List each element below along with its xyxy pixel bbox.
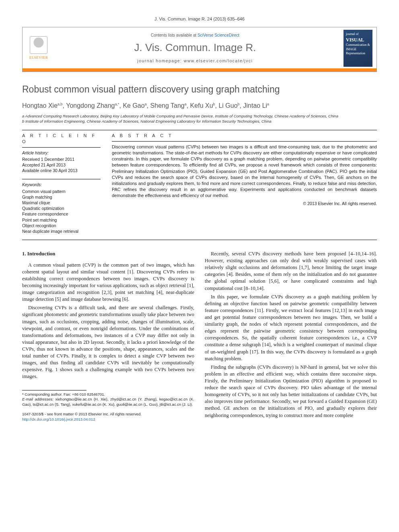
rule-top (22, 130, 377, 130)
keyword-7: Near-duplicate image retrieval (22, 228, 101, 234)
para-3: Recently, several CVPs discovery methods… (205, 251, 377, 292)
rule-bottom (22, 240, 377, 240)
doi-link[interactable]: http://dx.doi.org/10.1016/j.jvcir.2013.0… (22, 417, 95, 421)
author-3: Sheng Tanga (150, 102, 187, 109)
front-matter-copyright: 1047-3203/$ - see front matter © 2013 El… (22, 411, 194, 422)
cover-line-3: Representation (346, 51, 370, 56)
cover-line-2: Communication & IMAGE (346, 43, 370, 52)
history-item-2: Available online 30 April 2013 (22, 168, 101, 173)
keyword-1: Graph matching (22, 194, 101, 200)
cover-line-1: VISUAL (346, 37, 370, 43)
author-1: Yongdong Zhanga,* (66, 102, 119, 109)
article-info-column: A R T I C L E I N F O Article history: R… (22, 133, 101, 234)
para-1: A common visual pattern (CVP) is the com… (22, 262, 194, 303)
abstract-heading: A B S T R A C T (112, 133, 377, 139)
keyword-4: Feature correspondence (22, 211, 101, 217)
orange-divider (23, 68, 376, 72)
keyword-6: Object recognition (22, 223, 101, 228)
journal-homepage: journal homepage: www.elsevier.com/locat… (51, 58, 339, 64)
keyword-5: Point set matching (22, 217, 101, 223)
rule-info-2 (22, 179, 101, 179)
elsevier-tree-icon (30, 36, 47, 54)
footnotes-block: * Corresponding author. Fax: +86 010 825… (22, 392, 194, 407)
journal-title: J. Vis. Commun. Image R. (51, 41, 339, 55)
journal-header-box: ELSEVIER Contents lists available at Sci… (22, 27, 377, 72)
body-two-column: 1. Introduction A common visual pattern … (22, 251, 377, 422)
issn-copyright-line: 1047-3203/$ - see front matter © 2013 El… (22, 411, 194, 417)
author-6: Jintao Lia (243, 102, 269, 109)
para-5: Finding the subgraphs (CVPs discovery) i… (205, 364, 377, 419)
journal-cover-thumb: journal of VISUAL Communication & IMAGE … (343, 30, 372, 67)
rule-info-1 (22, 147, 101, 148)
cover-line-0: journal of (346, 32, 370, 37)
running-head: J. Vis. Commun. Image R. 24 (2013) 635–6… (22, 16, 377, 22)
affiliation-a: a Advanced Computing Research Laboratory… (22, 114, 377, 119)
author-5: Li Guob (218, 102, 239, 109)
authors-line: Hongtao Xiea,b, Yongdong Zhanga,*, Ke Ga… (22, 101, 377, 110)
section-1-heading: 1. Introduction (22, 251, 194, 258)
publisher-name: ELSEVIER (29, 55, 48, 60)
article-title: Robust common visual pattern discovery u… (22, 83, 377, 96)
para-4: In this paper, we formulate CVPs discove… (205, 294, 377, 362)
para-2: Discovering CVPs is a difficult task, an… (22, 304, 194, 380)
author-0: Hongtao Xiea,b (22, 102, 63, 109)
history-heading: Article history: (22, 150, 101, 156)
contents-prefix: Contents lists available at (151, 33, 197, 37)
history-item-0: Received 1 December 2011 (22, 156, 101, 162)
history-item-1: Accepted 21 April 2013 (22, 162, 101, 168)
keyword-2: Maximal clique (22, 200, 101, 205)
article-info-heading: A R T I C L E I N F O (22, 133, 101, 145)
sciencedirect-link[interactable]: SciVerse ScienceDirect (197, 33, 239, 37)
abstract-column: A B S T R A C T Discovering common visua… (112, 133, 377, 234)
keyword-0: Common visual pattern (22, 189, 101, 194)
footnote-separator (22, 390, 86, 390)
author-2: Ke Gaoa (123, 102, 146, 109)
abstract-copyright: © 2013 Elsevier Inc. All rights reserved… (112, 201, 377, 206)
rule-abs (112, 141, 377, 142)
corresponding-author-note: * Corresponding author. Fax: +86 010 825… (22, 392, 194, 397)
contents-list-line: Contents lists available at SciVerse Sci… (51, 33, 339, 38)
affiliation-b: b Institute of Information Engineering, … (22, 119, 377, 124)
keywords-heading: Keywords: (22, 182, 101, 187)
abstract-body: Discovering common visual patterns (CVPs… (112, 144, 377, 199)
keyword-3: Quadratic optimization (22, 205, 101, 211)
elsevier-logo: ELSEVIER (27, 34, 51, 62)
emails-label: E-mail addresses: (22, 397, 53, 401)
author-4: Kefu Xub (190, 102, 215, 109)
